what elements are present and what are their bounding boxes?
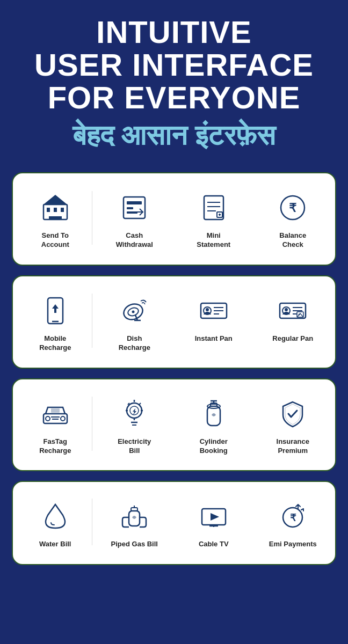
bank-icon bbox=[37, 189, 74, 226]
title-line1: INTUITIVE bbox=[96, 14, 251, 49]
svg-rect-5 bbox=[49, 216, 62, 219]
dish-icon bbox=[116, 292, 153, 329]
send-to-account-label: Send ToAccount bbox=[41, 231, 69, 250]
emi-payments-item[interactable]: ₹ Emi Payments bbox=[256, 493, 330, 551]
emi-payments-label: Emi Payments bbox=[269, 540, 317, 549]
svg-marker-68 bbox=[211, 513, 219, 521]
balance-check-item[interactable]: ₹ BalanceCheck bbox=[256, 184, 330, 252]
svg-rect-8 bbox=[127, 207, 133, 209]
title-line2: USER INTERFACE bbox=[34, 47, 314, 82]
instant-pan-label: Instant Pan bbox=[195, 334, 233, 343]
utilities-grid: Water Bill Piped Gas Bill bbox=[18, 493, 330, 551]
instant-pan-item[interactable]: Instant Pan bbox=[177, 287, 251, 355]
svg-rect-11 bbox=[204, 196, 223, 219]
cash-withdrawal-item[interactable]: CashWithdrawal bbox=[98, 184, 172, 252]
svg-point-43 bbox=[61, 416, 65, 421]
water-bill-label: Water Bill bbox=[39, 540, 71, 549]
svg-point-35 bbox=[285, 308, 288, 311]
fastag-icon bbox=[37, 396, 74, 432]
header: INTUITIVE USER INTERFACE FOR EVERYONE बे… bbox=[0, 0, 348, 163]
svg-text:₹: ₹ bbox=[289, 201, 297, 215]
electricity-icon bbox=[116, 396, 153, 432]
cable-tv-label: Cable TV bbox=[199, 540, 229, 549]
piped-gas-bill-label: Piped Gas Bill bbox=[111, 540, 158, 549]
balance-check-label: BalanceCheck bbox=[279, 231, 306, 250]
piped-gas-bill-item[interactable]: Piped Gas Bill bbox=[98, 493, 172, 551]
electricity-bill-item[interactable]: ElectricityBill bbox=[98, 390, 172, 458]
svg-line-53 bbox=[139, 403, 141, 405]
cylinder-icon bbox=[195, 396, 232, 432]
bills-grid: FasTagRecharge Electricity bbox=[18, 390, 330, 458]
insurance-premium-item[interactable]: InsurancePremium bbox=[256, 390, 330, 458]
header-title-hindi: बेहद आसान इंटरफ़ेस bbox=[11, 119, 337, 152]
atm-icon bbox=[116, 189, 153, 226]
cash-withdrawal-label: CashWithdrawal bbox=[116, 231, 153, 250]
svg-rect-7 bbox=[127, 201, 142, 204]
water-icon bbox=[37, 498, 74, 535]
banking-section: Send ToAccount CashWithdrawal bbox=[12, 172, 336, 266]
insurance-icon bbox=[274, 396, 311, 432]
id-card-icon bbox=[195, 292, 232, 329]
svg-rect-1 bbox=[47, 208, 50, 212]
gas-icon bbox=[116, 498, 153, 535]
electricity-bill-label: ElectricityBill bbox=[118, 437, 151, 456]
header-title-en: INTUITIVE USER INTERFACE FOR EVERYONE bbox=[11, 16, 337, 114]
water-bill-item[interactable]: Water Bill bbox=[18, 493, 92, 551]
mobile-recharge-item[interactable]: MobileRecharge bbox=[18, 287, 92, 355]
svg-rect-44 bbox=[51, 408, 60, 413]
recharge-section: MobileRecharge DishRecharge bbox=[12, 275, 336, 369]
bills-section: FasTagRecharge Electricity bbox=[12, 378, 336, 472]
banking-grid: Send ToAccount CashWithdrawal bbox=[18, 184, 330, 252]
mobile-recharge-label: MobileRecharge bbox=[39, 334, 71, 353]
mini-statement-label: MiniStatement bbox=[197, 231, 230, 250]
svg-point-29 bbox=[206, 308, 209, 311]
send-to-account-item[interactable]: Send ToAccount bbox=[18, 184, 92, 252]
statement-icon bbox=[195, 189, 232, 226]
svg-point-42 bbox=[46, 416, 50, 421]
mini-statement-item[interactable]: MiniStatement bbox=[177, 184, 251, 252]
svg-point-40 bbox=[299, 313, 300, 315]
insurance-premium-label: InsurancePremium bbox=[277, 437, 309, 456]
dish-recharge-label: DishRecharge bbox=[119, 334, 150, 353]
dish-recharge-item[interactable]: DishRecharge bbox=[98, 287, 172, 355]
svg-point-24 bbox=[132, 310, 135, 313]
svg-rect-63 bbox=[131, 508, 137, 511]
cylinder-booking-item[interactable]: CylinderBooking bbox=[177, 390, 251, 458]
cylinder-booking-label: CylinderBooking bbox=[200, 437, 228, 456]
fastag-recharge-item[interactable]: FasTagRecharge bbox=[18, 390, 92, 458]
utilities-section: Water Bill Piped Gas Bill bbox=[12, 481, 336, 565]
svg-rect-2 bbox=[54, 208, 57, 212]
rupee-circle-icon: ₹ bbox=[274, 189, 311, 226]
svg-rect-3 bbox=[61, 208, 64, 212]
tv-icon bbox=[195, 498, 232, 535]
emi-icon: ₹ bbox=[274, 498, 311, 535]
fastag-recharge-label: FasTagRecharge bbox=[39, 437, 71, 456]
cable-tv-item[interactable]: Cable TV bbox=[177, 493, 251, 551]
mobile-icon bbox=[37, 292, 74, 329]
svg-marker-4 bbox=[44, 195, 67, 204]
regular-pan-item[interactable]: Regular Pan bbox=[256, 287, 330, 355]
recharge-grid: MobileRecharge DishRecharge bbox=[18, 287, 330, 355]
title-line3: FOR EVERYONE bbox=[48, 80, 301, 115]
id-card2-icon bbox=[274, 292, 311, 329]
regular-pan-label: Regular Pan bbox=[272, 334, 313, 343]
svg-text:₹: ₹ bbox=[290, 513, 296, 523]
